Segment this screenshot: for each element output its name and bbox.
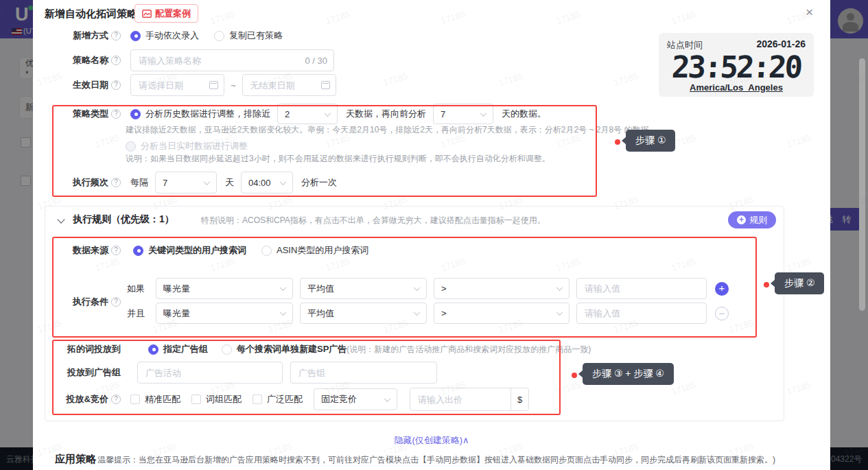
bid-value-input[interactable]: [410, 388, 511, 410]
radio-copy-strategy-label[interactable]: 复制已有策略: [229, 30, 283, 42]
radio-copy-strategy[interactable]: [214, 31, 224, 41]
add-rule-button[interactable]: +规则: [728, 211, 776, 228]
operator-select[interactable]: >: [434, 278, 570, 299]
help-icon[interactable]: [111, 31, 121, 40]
rules-section-title: 执行规则（优先级：1）: [73, 213, 174, 226]
metric-select[interactable]: 曝光量: [156, 278, 293, 299]
frequency-time-select[interactable]: 04:00: [241, 172, 293, 193]
bid-type-select[interactable]: 固定竞价: [314, 388, 397, 410]
new-sp-ad-note: (说明：新建的广告活动推广商品和搜索词对应投放的推广商品一致): [347, 344, 591, 355]
checkbox-phrase-match-label[interactable]: 词组匹配: [206, 393, 242, 406]
radio-asin-label[interactable]: ASIN类型的用户搜索词: [277, 244, 368, 257]
checkbox-exact-match[interactable]: [130, 395, 140, 404]
exclude-days-select[interactable]: 2: [277, 104, 338, 124]
radio-historical-data[interactable]: [130, 109, 141, 119]
data-source-label: 数据来源: [33, 244, 108, 257]
target-label: 拓的词投放到: [33, 343, 121, 355]
help-icon[interactable]: [111, 56, 121, 65]
aggregation-select[interactable]: 平均值: [300, 278, 427, 299]
help-icon[interactable]: [111, 109, 121, 119]
help-icon[interactable]: [111, 80, 121, 90]
chevron-down-icon: [280, 309, 287, 316]
row-strategy-type: 策略类型 分析历史数据进行调整，排除近 2 天数据，再向前分析 7 天的数据。: [33, 104, 830, 124]
hide-link[interactable]: 隐藏(仅创建策略)∧: [33, 434, 830, 447]
radio-realtime-label[interactable]: 分析当日实时数据进行调整: [141, 140, 248, 152]
annotation-dot: [572, 373, 577, 378]
apply-strategy-note: 温馨提示：当您在亚马逊后台新增的广告应用策略时搜索不到，可前往对应广告模块点击【…: [97, 454, 775, 466]
row-ad-group: 投放到广告组: [33, 362, 830, 384]
add-mode-label: 新增方式: [33, 30, 108, 42]
condition-row: 如果 曝光量 平均值 > +: [33, 278, 830, 299]
row-frequency: 执行频次 每隔 7 天 04:00 分析一次: [33, 172, 830, 193]
calendar-icon[interactable]: [321, 81, 330, 89]
config-example-button[interactable]: 配置案例: [134, 4, 198, 23]
bidding-label: 投放&竞价: [33, 393, 108, 406]
row-target: 拓的词投放到 指定广告组 每个搜索词单独新建SP广告 (说明：新建的广告活动推广…: [33, 340, 830, 358]
strategy-name-input[interactable]: [130, 49, 334, 71]
campaign-input[interactable]: [137, 362, 283, 384]
add-strategy-modal: 新增自动化拓词策略 配置案例 × 站点时间 2026-01-26 23:52:2…: [33, 0, 830, 470]
help-icon[interactable]: [111, 395, 121, 404]
row-data-source: 数据来源 关键词类型的用户搜索词 ASIN类型的用户搜索词: [33, 240, 830, 261]
chevron-down-icon: [204, 178, 211, 185]
step2-tooltip: 步骤 ②: [775, 272, 824, 294]
frequency-every: 每隔: [130, 176, 148, 189]
checkbox-broad-match-label[interactable]: 广泛匹配: [267, 393, 303, 406]
date-separator: ~: [231, 80, 236, 91]
plus-icon: +: [737, 215, 746, 224]
char-counter: 0 / 30: [305, 56, 327, 66]
chevron-down-icon: [556, 309, 563, 316]
scrollbar-thumb[interactable]: [859, 58, 865, 311]
help-icon[interactable]: [111, 246, 121, 255]
ad-group-input[interactable]: [290, 362, 437, 384]
radio-asin-search-terms[interactable]: [261, 246, 272, 256]
condition-value-input[interactable]: [576, 278, 707, 299]
radio-new-sp-ad-label[interactable]: 每个搜索词单独新建SP广告: [237, 343, 347, 355]
radio-specified-ad-group[interactable]: [148, 344, 159, 355]
radio-new-sp-ad[interactable]: [222, 344, 232, 355]
historical-option-suffix: 天的数据。: [502, 108, 546, 120]
strategy-name-label: 策略名称: [33, 54, 108, 67]
analyze-days-select[interactable]: 7: [433, 104, 493, 124]
strategy-type-label: 策略类型: [33, 108, 108, 120]
radio-keyword-label[interactable]: 关键词类型的用户搜索词: [148, 244, 246, 257]
rules-section-note: 特别说明：ACOS和CPA指标，有点击不出单，会算做无穷大，建议搭配点击量指标一…: [201, 215, 546, 226]
radio-manual-entry[interactable]: [130, 31, 141, 41]
frequency-suffix: 分析一次: [301, 176, 337, 189]
calendar-icon[interactable]: [209, 81, 218, 89]
historical-option-middle: 天数据，再向前分析: [346, 108, 426, 120]
radio-keyword-search-terms[interactable]: [133, 246, 143, 256]
condition-row: 并且 曝光量 平均值 > −: [33, 303, 830, 324]
radio-specified-ad-group-label[interactable]: 指定广告组: [163, 343, 208, 355]
chevron-down-icon: [556, 284, 563, 291]
remove-condition-icon[interactable]: −: [715, 307, 729, 320]
row-effective-date: 生效日期 ~: [33, 74, 830, 96]
historical-option-prefix[interactable]: 分析历史数据进行调整，排除近: [145, 108, 270, 120]
operator-select[interactable]: >: [434, 303, 570, 324]
aggregation-select[interactable]: 平均值: [300, 303, 427, 324]
radio-realtime-data[interactable]: [126, 141, 136, 152]
strategy-type-hint: 建议排除近2天数据，亚马逊近2天数据变化较大。举例：今天是2月10号，排除近2天…: [126, 124, 657, 136]
close-icon[interactable]: ×: [806, 5, 813, 19]
help-icon[interactable]: [111, 178, 121, 187]
checkbox-exact-match-label[interactable]: 精准匹配: [145, 393, 180, 406]
annotation-dot: [764, 282, 769, 287]
add-condition-icon[interactable]: +: [715, 282, 729, 296]
condition-value-input[interactable]: [576, 303, 707, 324]
apply-strategy-title: 应用策略: [55, 453, 96, 466]
step1-tooltip: 步骤 ①: [626, 130, 675, 152]
metric-select[interactable]: 曝光量: [156, 303, 293, 324]
checkbox-phrase-match[interactable]: [191, 395, 201, 404]
checkbox-broad-match[interactable]: [253, 395, 262, 404]
condition-conjunction: 如果: [127, 283, 145, 295]
example-image-icon: [142, 10, 152, 18]
modal-title: 新增自动化拓词策略: [45, 8, 137, 21]
radio-manual-entry-label[interactable]: 手动依次录入: [145, 30, 199, 42]
step3-4-tooltip: 步骤 ③ + 步骤 ④: [583, 363, 674, 385]
row-bidding: 投放&竞价 精准匹配 词组匹配 广泛匹配 固定竞价 $: [33, 388, 830, 410]
frequency-days-select[interactable]: 7: [155, 172, 217, 193]
chevron-down-icon: [414, 284, 421, 291]
row-add-mode: 新增方式 手动依次录入 复制已有策略: [33, 26, 830, 45]
row-strategy-name: 策略名称 0 / 30: [33, 49, 830, 71]
annotation-dot: [615, 139, 620, 145]
